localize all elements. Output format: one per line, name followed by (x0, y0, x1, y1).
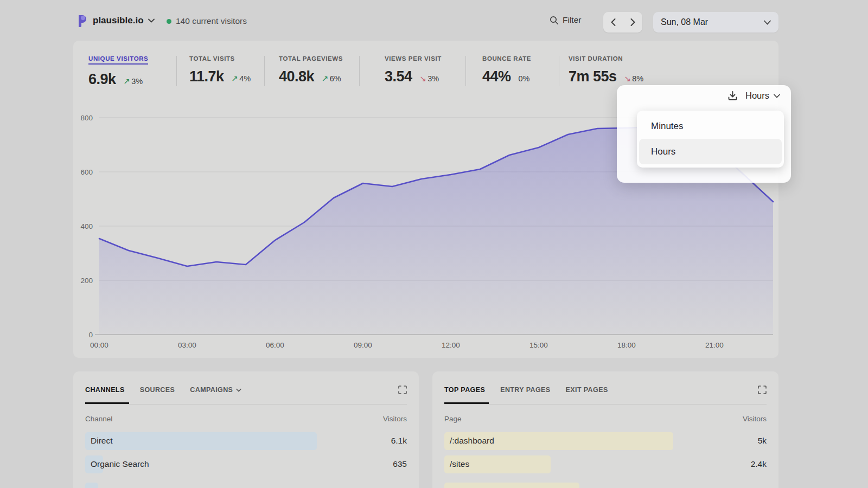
table-row[interactable]: /:dashboard 5k (444, 432, 767, 450)
x-tick-label: 03:00 (178, 341, 196, 349)
interval-dropdown-trigger[interactable]: Hours (745, 91, 780, 101)
stat-divider (264, 56, 265, 86)
row-bar (444, 483, 579, 488)
chevron-down-icon (774, 94, 780, 98)
tab-top-pages[interactable]: TOP PAGES (444, 386, 485, 394)
table-row[interactable]: /sites 2.4k (444, 455, 767, 473)
stat-total-visits: TOTAL VISITS 11.7k ↗4% (189, 55, 251, 85)
trend-arrow-icon: ↘ (624, 74, 631, 83)
row-value: 6.1k (391, 436, 407, 446)
filter-button[interactable]: Filter (550, 15, 581, 25)
search-icon (550, 16, 559, 25)
stat-label[interactable]: TOTAL PAGEVIEWS (279, 55, 343, 62)
tab-sources[interactable]: SOURCES (140, 386, 175, 394)
chevron-down-icon (764, 20, 771, 25)
trend-arrow-icon: ↗ (322, 74, 329, 83)
date-picker-button[interactable]: Sun, 08 Mar (653, 12, 778, 33)
plausible-dashboard: plausible.io 140 current visitors Filter (0, 0, 868, 488)
x-tick-label: 06:00 (266, 341, 284, 349)
column-header-visitors: Visitors (743, 415, 767, 423)
stat-divider (465, 56, 466, 86)
row-value: 2.4k (751, 459, 767, 469)
stat-change: ↗6% (322, 74, 341, 84)
stat-change: ↗4% (232, 74, 251, 84)
column-header-visitors: Visitors (383, 415, 407, 423)
tab-channels[interactable]: CHANNELS (85, 386, 125, 394)
stat-label[interactable]: UNIQUE VISITORS (88, 55, 148, 65)
date-picker-label: Sun, 08 Mar (661, 17, 764, 27)
row-name[interactable]: /sites (450, 459, 469, 469)
download-icon[interactable] (727, 91, 738, 101)
site-switcher[interactable]: plausible.io (76, 14, 155, 27)
stat-value: 6.9k (88, 71, 116, 88)
stat-value: 3.54 (385, 68, 412, 85)
y-tick-label: 0 (88, 331, 93, 339)
stat-unique-visitors: UNIQUE VISITORS 6.9k ↗3% (88, 55, 148, 88)
stat-value: 7m 55s (569, 68, 617, 85)
stat-change: ↘8% (624, 74, 644, 84)
row-value: 5k (758, 436, 767, 446)
current-visitors[interactable]: 140 current visitors (167, 16, 247, 26)
y-tick-label: 800 (80, 114, 93, 122)
trend-arrow-icon: ↘ (420, 74, 427, 83)
tab-campaigns[interactable]: CAMPAIGNS (190, 386, 241, 394)
stat-change: ↘3% (420, 74, 439, 84)
table-row[interactable]: Organic Search 635 (85, 455, 407, 473)
tab-entry-pages[interactable]: ENTRY PAGES (500, 386, 550, 394)
next-period-button[interactable] (623, 12, 642, 33)
row-bar (85, 432, 317, 450)
table-row[interactable] (444, 483, 767, 488)
stat-bounce-rate: BOUNCE RATE 44% 0% (482, 55, 531, 85)
divider (444, 404, 767, 404)
tab-exit-pages[interactable]: EXIT PAGES (566, 386, 608, 394)
filter-label: Filter (563, 15, 581, 25)
plausible-logo-icon (76, 14, 88, 27)
pages-card: TOP PAGES ENTRY PAGES EXIT PAGES Page Vi… (432, 371, 778, 488)
stat-divider (176, 56, 177, 86)
site-name: plausible.io (93, 15, 144, 26)
column-header-page: Page (444, 415, 462, 423)
menu-item-minutes[interactable]: Minutes (639, 113, 782, 139)
expand-icon[interactable] (398, 386, 407, 394)
stat-visit-duration: VISIT DURATION 7m 55s ↘8% (569, 55, 643, 85)
column-header-channel: Channel (85, 415, 112, 423)
chevron-down-icon (148, 18, 155, 23)
trend-arrow-icon: ↗ (232, 74, 239, 83)
trend-arrow-icon: ↗ (124, 76, 131, 86)
x-tick-label: 18:00 (617, 341, 636, 349)
stat-value: 40.8k (279, 68, 314, 85)
stat-change: 0% (519, 74, 530, 83)
interval-dropdown-menu: Minutes Hours (637, 111, 784, 168)
stat-label[interactable]: VIEWS PER VISIT (385, 55, 442, 62)
row-name[interactable]: Organic Search (91, 459, 149, 469)
current-visitors-label: 140 current visitors (176, 16, 247, 26)
stat-value: 11.7k (189, 68, 224, 85)
stat-total-pageviews: TOTAL PAGEVIEWS 40.8k ↗6% (279, 55, 343, 85)
x-tick-label: 09:00 (354, 341, 372, 349)
x-tick-label: 12:00 (442, 341, 460, 349)
stat-divider (559, 56, 559, 86)
row-name[interactable]: /:dashboard (450, 436, 494, 446)
row-name[interactable]: Direct (91, 436, 112, 446)
x-tick-label: 21:00 (705, 341, 724, 349)
y-tick-label: 200 (80, 277, 93, 285)
prev-period-button[interactable] (603, 12, 623, 33)
divider (85, 404, 407, 404)
y-tick-label: 600 (80, 168, 93, 176)
table-row[interactable]: Direct 6.1k (85, 432, 407, 450)
date-nav-group (603, 12, 642, 33)
stat-label[interactable]: VISIT DURATION (569, 55, 643, 62)
chevron-down-icon (236, 388, 241, 392)
x-tick-label: 00:00 (90, 341, 108, 349)
stat-label[interactable]: BOUNCE RATE (482, 55, 531, 62)
y-tick-label: 400 (80, 222, 93, 230)
stat-label[interactable]: TOTAL VISITS (189, 55, 251, 62)
expand-icon[interactable] (758, 386, 767, 394)
table-row[interactable] (85, 483, 407, 488)
row-value: 635 (393, 459, 407, 469)
stat-value: 44% (482, 68, 511, 85)
stat-views-per-visit: VIEWS PER VISIT 3.54 ↘3% (385, 55, 442, 85)
stat-change: ↗3% (124, 76, 143, 86)
menu-item-hours[interactable]: Hours (639, 139, 782, 164)
top-header: plausible.io 140 current visitors Filter (73, 10, 778, 35)
